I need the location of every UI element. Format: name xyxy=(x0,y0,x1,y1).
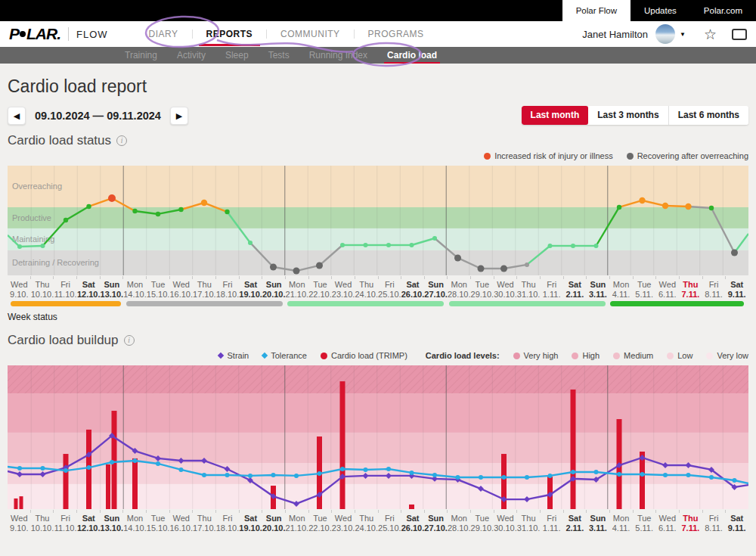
axis-dow: Fri xyxy=(216,280,240,290)
range-button-last-3-months[interactable]: Last 3 months xyxy=(588,106,668,125)
axis-dow: Sat xyxy=(563,514,587,523)
top-bar: Polar FlowUpdatesPolar.com xyxy=(0,0,756,21)
axis-date: 12.10. xyxy=(77,290,101,300)
polar-logo[interactable]: PLAR. xyxy=(9,25,60,43)
legend-diamond-icon xyxy=(218,353,224,359)
nav-item-programs[interactable]: PROGRAMS xyxy=(365,21,427,47)
axis-date: 30.10. xyxy=(494,523,517,533)
prev-period-button[interactable]: ◀ xyxy=(8,107,26,125)
nav-item-reports[interactable]: REPORTS xyxy=(203,21,256,47)
axis-day-label: Sun27.10. xyxy=(424,280,448,299)
axis-day-label: Mon21.10. xyxy=(286,514,309,533)
axis-date: 5.11. xyxy=(633,523,656,533)
subnav-item-activity[interactable]: Activity xyxy=(177,47,206,64)
axis-tick xyxy=(147,510,170,513)
axis-tick xyxy=(262,510,286,513)
range-button-last-month[interactable]: Last month xyxy=(522,106,589,125)
avatar[interactable] xyxy=(655,24,675,44)
axis-dow: Sun xyxy=(587,514,610,523)
legend-label: High xyxy=(582,351,600,360)
axis-dow: Wed xyxy=(332,280,355,290)
topbar-tab-polar-flow[interactable]: Polar Flow xyxy=(562,0,631,21)
axis-day-label: Fri1.11. xyxy=(540,514,563,533)
week-status-bar xyxy=(126,301,283,306)
axis-day-label: Mon28.10. xyxy=(448,514,471,533)
axis-date: 1.11. xyxy=(540,290,563,300)
axis-dow: Thu xyxy=(355,514,378,523)
axis-dow: Fri xyxy=(540,514,563,523)
axis-dow: Sat xyxy=(77,280,101,290)
nav-divider xyxy=(192,30,193,39)
subnav-item-training[interactable]: Training xyxy=(125,47,157,64)
topbar-tab-updates[interactable]: Updates xyxy=(631,0,690,21)
axis-dow: Tue xyxy=(633,514,656,523)
week-status-bars xyxy=(8,301,748,307)
subnav-item-sleep[interactable]: Sleep xyxy=(225,47,249,64)
buildup-chart: Wed9.10.Thu10.10.Fri11.10.Sat12.10.Sun13… xyxy=(8,365,748,533)
axis-date: 16.10. xyxy=(169,290,193,300)
axis-day-label: Tue5.11. xyxy=(633,280,656,299)
axis-day-label: Sun13.10. xyxy=(101,514,124,533)
axis-day-label: Wed16.10. xyxy=(169,280,193,299)
info-icon[interactable]: i xyxy=(124,335,135,346)
axis-date: 7.11. xyxy=(679,523,702,533)
info-icon[interactable]: i xyxy=(116,135,127,146)
nav-item-community[interactable]: COMMUNITY xyxy=(277,21,343,47)
user-name[interactable]: Janet Hamilton xyxy=(582,29,648,40)
axis-date: 10.10. xyxy=(31,290,54,300)
page-title: Cardio load report xyxy=(8,76,748,97)
axis-day-label: Tue5.11. xyxy=(633,514,656,533)
axis-tick xyxy=(54,510,77,513)
axis-date: 14.10. xyxy=(123,290,147,300)
axis-date: 25.10. xyxy=(378,290,401,300)
status-legend: Increased risk of injury or illnessRecov… xyxy=(8,150,748,162)
chevron-down-icon[interactable]: ▼ xyxy=(680,31,686,38)
buildup-axis-labels: Wed9.10.Thu10.10.Fri11.10.Sat12.10.Sun13… xyxy=(8,514,748,533)
nav-item-diary[interactable]: DIARY xyxy=(146,21,181,47)
axis-date: 27.10. xyxy=(424,290,448,300)
axis-tick xyxy=(448,276,471,279)
axis-tick xyxy=(656,510,680,513)
status-section-title: Cardio load status xyxy=(8,133,111,148)
axis-date: 26.10. xyxy=(401,523,425,533)
axis-day-label: Thu10.10. xyxy=(31,514,54,533)
axis-day-label: Fri25.10. xyxy=(378,280,401,299)
legend-level-item: Very low xyxy=(706,351,748,360)
legend-label: Recovering after overreaching xyxy=(637,151,748,160)
next-period-button[interactable]: ▶ xyxy=(170,107,188,125)
topbar-tab-polar-com[interactable]: Polar.com xyxy=(690,0,756,21)
axis-day-label: Sun27.10. xyxy=(424,514,448,533)
axis-dow: Tue xyxy=(633,280,656,290)
axis-day-label: Thu31.10. xyxy=(517,514,541,533)
axis-tick xyxy=(123,276,147,279)
legend-label: Very low xyxy=(717,351,748,360)
axis-day-label: Mon4.11. xyxy=(609,514,633,533)
axis-dow: Wed xyxy=(169,280,193,290)
axis-dow: Wed xyxy=(8,280,31,290)
subnav-item-tests[interactable]: Tests xyxy=(268,47,290,64)
axis-tick xyxy=(355,276,379,279)
nav-divider xyxy=(354,30,355,39)
feedback-icon[interactable] xyxy=(732,29,747,40)
axis-day-label: Wed30.10. xyxy=(494,280,517,299)
star-icon[interactable]: ☆ xyxy=(704,27,717,42)
axis-tick xyxy=(656,276,680,279)
subnav-item-running-index[interactable]: Running Index xyxy=(309,47,367,64)
axis-date: 22.10. xyxy=(308,290,332,300)
axis-date: 3.11. xyxy=(587,290,610,300)
axis-tick xyxy=(170,276,194,279)
range-button-last-6-months[interactable]: Last 6 months xyxy=(668,106,748,125)
axis-tick xyxy=(425,510,448,513)
axis-tick xyxy=(54,276,77,279)
axis-dow: Fri xyxy=(54,514,77,523)
date-navigation: ◀ 09.10.2024 — 09.11.2024 ▶ Last monthLa… xyxy=(8,106,748,126)
axis-dow: Thu xyxy=(193,514,216,523)
axis-date: 13.10. xyxy=(101,290,124,300)
axis-dow: Sun xyxy=(587,280,610,290)
axis-dow: Thu xyxy=(679,280,702,290)
svg-text:Productive: Productive xyxy=(12,213,51,222)
axis-day-label: Thu7.11. xyxy=(679,280,702,299)
axis-day-label: Sat26.10. xyxy=(401,280,425,299)
subnav-item-cardio-load[interactable]: Cardio load xyxy=(387,47,437,64)
axis-date: 8.11. xyxy=(702,290,726,300)
